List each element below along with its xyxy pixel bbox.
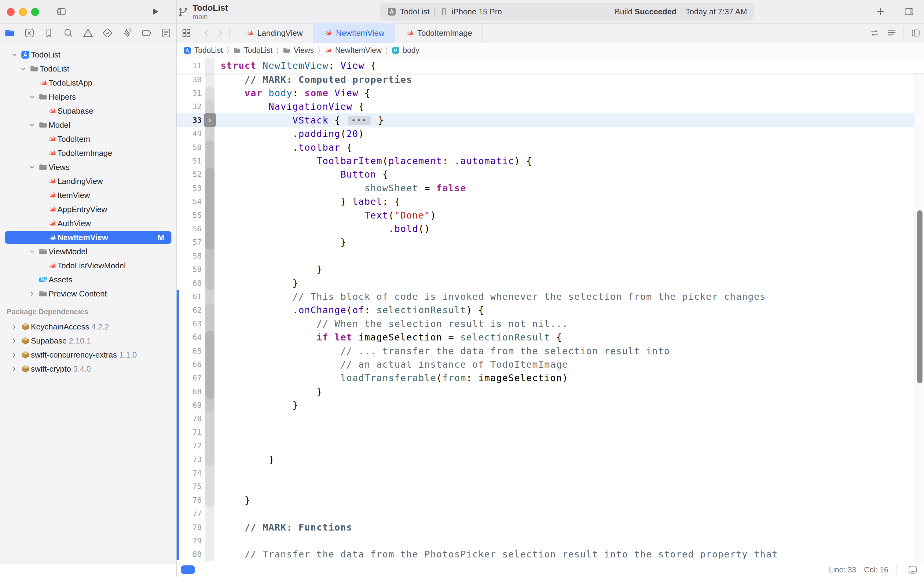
breadcrumb-item-TodoList[interactable]: TodoList xyxy=(184,46,223,55)
editor-scrollbar-thumb[interactable] xyxy=(917,210,922,383)
issues-icon[interactable] xyxy=(82,27,93,39)
editor-tab-NewItemView[interactable]: NewItemView xyxy=(313,23,394,43)
line-number[interactable]: 72 xyxy=(177,441,203,450)
code-line-75[interactable]: 75 xyxy=(177,480,924,493)
code-line-32[interactable]: 32 NavigationView { xyxy=(177,100,924,113)
code-line-50[interactable]: 50 .toolbar { xyxy=(177,140,924,154)
chevron-down-icon[interactable] xyxy=(20,65,27,72)
minimize-window-button[interactable] xyxy=(19,8,27,16)
code-line-68[interactable]: 68 } xyxy=(177,385,924,398)
code-line-51[interactable]: 51 ToolbarItem(placement: .automatic) { xyxy=(177,154,924,168)
find-icon[interactable] xyxy=(63,27,74,39)
line-number[interactable]: 52 xyxy=(177,170,203,179)
line-number[interactable]: 54 xyxy=(177,197,203,206)
zoom-window-button[interactable] xyxy=(31,8,39,16)
code-line-76[interactable]: 76 } xyxy=(177,493,924,507)
code-line-59[interactable]: 59 } xyxy=(177,263,924,276)
debug-icon[interactable] xyxy=(122,27,133,39)
line-number[interactable]: 33 xyxy=(177,116,203,125)
sidebar-item-NewItemView[interactable]: NewItemViewM xyxy=(0,230,176,245)
package-item-swift-concurrency-extras[interactable]: swift-concurrency-extras 1.1.0 xyxy=(0,348,176,362)
line-number[interactable]: 57 xyxy=(177,238,203,247)
sticky-scope-header[interactable]: 11struct NewItemView: View { xyxy=(177,58,924,73)
line-number[interactable]: 30 xyxy=(177,75,203,84)
breadcrumb-item-Views[interactable]: Views xyxy=(283,46,314,55)
code-line-70[interactable]: 70 xyxy=(177,412,924,425)
sidebar-item-Helpers[interactable]: Helpers xyxy=(0,90,176,104)
line-number[interactable]: 31 xyxy=(177,89,203,97)
reports-icon[interactable] xyxy=(161,27,172,39)
run-button[interactable] xyxy=(150,7,160,16)
chevron-down-icon[interactable] xyxy=(29,122,35,128)
code-line-49[interactable]: 49 .padding(20) xyxy=(177,127,924,140)
code-line-67[interactable]: 67 loadTransferable(from: imageSelection… xyxy=(177,371,924,385)
toggle-navigator-icon[interactable] xyxy=(56,7,67,16)
code-line-64[interactable]: 64 if let imageSelection = selectionResu… xyxy=(177,330,924,344)
close-window-button[interactable] xyxy=(7,8,14,16)
toggle-inspector-icon[interactable] xyxy=(904,7,914,16)
code-line-65[interactable]: 65 // ... transfer the data from the sel… xyxy=(177,344,924,358)
sidebar-item-TodoItemImage[interactable]: TodoItemImage xyxy=(0,146,176,160)
sidebar-item-AuthView[interactable]: AuthView xyxy=(0,216,176,230)
go-back-icon[interactable] xyxy=(203,28,211,38)
line-number[interactable]: 78 xyxy=(177,523,203,532)
code-line-80[interactable]: 80 // Transfer the data from the PhotosP… xyxy=(177,548,924,561)
sidebar-item-Supabase[interactable]: Supabase xyxy=(0,104,176,118)
code-fold-ellipsis[interactable]: ••• xyxy=(348,116,371,125)
line-number[interactable]: 77 xyxy=(177,509,203,518)
line-number[interactable]: 62 xyxy=(177,306,203,314)
code-line-62[interactable]: 62 .onChange(of: selectionResult) { xyxy=(177,303,924,317)
line-number[interactable]: 69 xyxy=(177,401,203,409)
line-number[interactable]: 80 xyxy=(177,550,203,559)
line-number[interactable]: 49 xyxy=(177,129,203,138)
chevron-down-icon[interactable] xyxy=(29,164,35,171)
sidebar-item-TodoList[interactable]: TodoList xyxy=(0,62,176,76)
sidebar-item-TodoListViewModel[interactable]: TodoListViewModel xyxy=(0,259,176,272)
jump-bar[interactable]: TodoList⟩TodoList⟩Views⟩NewItemView⟩Pbod… xyxy=(177,43,924,58)
code-line-60[interactable]: 60 } xyxy=(177,276,924,290)
go-forward-icon[interactable] xyxy=(216,28,224,38)
code-line-74[interactable]: 74 xyxy=(177,466,924,480)
code-line-31[interactable]: 31 var body: some View { xyxy=(177,86,924,100)
line-number[interactable]: 51 xyxy=(177,156,203,165)
breadcrumb-item-body[interactable]: Pbody xyxy=(392,46,419,55)
code-line-33[interactable]: 33 VStack { ••• } xyxy=(177,113,924,127)
line-number[interactable]: 11 xyxy=(177,61,203,70)
code-line-57[interactable]: 57 } xyxy=(177,235,924,249)
line-number[interactable]: 79 xyxy=(177,536,203,545)
editor-tab-TodoItemImage[interactable]: TodoItemImage xyxy=(395,23,483,43)
package-item-swift-crypto[interactable]: swift-crypto 3.4.0 xyxy=(0,362,176,376)
line-number[interactable]: 59 xyxy=(177,265,203,274)
tests-icon[interactable] xyxy=(102,27,113,39)
code-line-30[interactable]: 30 // MARK: Computed properties xyxy=(177,73,924,86)
unfold-chevron-icon[interactable]: › xyxy=(204,113,216,127)
editor-options-icon[interactable] xyxy=(886,28,897,38)
chevron-right-icon[interactable] xyxy=(11,351,18,358)
line-number[interactable]: 64 xyxy=(177,333,203,342)
source-control-icon[interactable] xyxy=(24,27,35,39)
sidebar-item-Assets[interactable]: Assets xyxy=(0,272,176,287)
project-navigator-icon[interactable] xyxy=(4,27,15,39)
code-line-61[interactable]: 61 // This block of code is invoked when… xyxy=(177,290,924,303)
code-line-77[interactable]: 77 xyxy=(177,507,924,521)
code-line-79[interactable]: 79 xyxy=(177,534,924,547)
activity-status-bar[interactable]: TodoList ⟩ iPhone 15 Pro Build Succeeded… xyxy=(380,3,754,21)
code-line-71[interactable]: 71 xyxy=(177,425,924,439)
editor-tab-LandingView[interactable]: LandingView xyxy=(235,23,313,43)
code-line-53[interactable]: 53 showSheet = false xyxy=(177,181,924,195)
breakpoints-icon[interactable] xyxy=(141,27,152,39)
line-number[interactable]: 61 xyxy=(177,292,203,301)
code-line-56[interactable]: 56 .bold() xyxy=(177,222,924,235)
chevron-right-icon[interactable] xyxy=(11,366,18,372)
chevron-right-icon[interactable] xyxy=(11,337,18,344)
line-number[interactable]: 73 xyxy=(177,455,203,464)
code-review-icon[interactable] xyxy=(869,28,880,38)
code-line-69[interactable]: 69 } xyxy=(177,398,924,412)
line-number[interactable]: 60 xyxy=(177,279,203,288)
code-line-73[interactable]: 73 } xyxy=(177,453,924,466)
package-item-Supabase[interactable]: Supabase 2.10.1 xyxy=(0,334,176,348)
code-line-11[interactable]: 11struct NewItemView: View { xyxy=(177,58,924,73)
line-number[interactable]: 76 xyxy=(177,496,203,504)
add-editor-icon[interactable] xyxy=(911,28,921,38)
toggle-bottom-bar-icon[interactable] xyxy=(908,564,918,575)
